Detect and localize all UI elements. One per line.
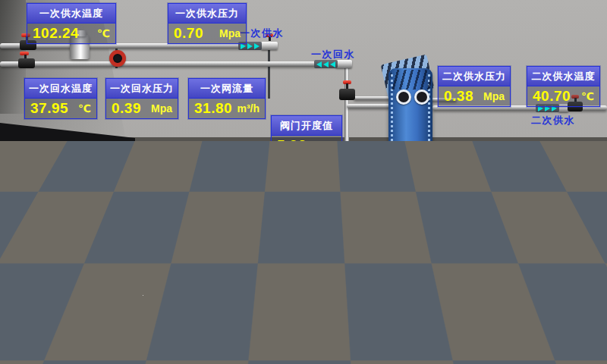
readout-tank-level: 水箱液位高度 1.10m³ [24,227,105,268]
tank-seam [53,262,55,312]
tank-manhole-icon [17,271,46,300]
readout-value: 36.63 [533,206,571,222]
readout-unit: ℃ [78,102,91,115]
readout-primary-supply-temperature: 一次供水温度 102.24℃ [27,3,116,44]
readout-unit: m³/h [237,102,259,115]
flow-arrows-left-icon [393,249,417,257]
readout-value: 0.39 [112,100,141,117]
readout-unit: Mpa [483,90,505,102]
readout-makeup-pump-frequency: 补水泵频率 33.88Hz [209,286,284,327]
pipe-label-secondary-return: 二次回水 [542,234,586,248]
hx-leg [420,165,427,176]
pipe-coupling [455,291,473,300]
readout-title: 补水泵频率 [209,287,283,306]
readout-title: 一次回水压力 [106,79,178,99]
readout-primary-return-temperature: 一次回水温度 37.95℃ [24,78,97,119]
readout-title: 一次网流量 [189,79,265,99]
readout-primary-supply-pressure: 一次供水压力 0.70Mpa [168,3,247,44]
tank-leg [12,312,18,337]
pump-run-indicator [385,160,392,176]
readout-secondary-supply-temperature: 二次供水温度 40.70℃ [527,66,600,107]
readout-unit: ℃ [97,27,110,39]
readout-title: 二次回水温度 [527,184,599,204]
readout-primary-network-flow: 一次网流量 31.80m³/h [188,78,266,119]
readout-value: 0.70 [174,25,203,42]
readout-title: 二次供水压力 [439,67,510,86]
pipe-coupling [261,42,278,50]
readout-secondary-return-pressure: 二次回水压力 0.27Mpa [438,184,511,224]
readout-valve-opening: 阀门开度值 5.92% [271,115,342,156]
readout-unit: Mpa [151,102,172,115]
tank-leg [73,312,79,332]
hx-port-icon [396,89,411,105]
readout-value: 1.10 [30,249,60,265]
pipe-drop-thin [464,254,466,293]
pipe-riser [288,225,291,253]
pipe-label-primary-return: 一次回水 [311,48,355,61]
hx-port-icon [414,146,429,161]
pipe-label-secondary-supply: 二次供水 [531,114,575,127]
readout-title: 二次回水压力 [439,184,510,204]
readout-secondary-supply-pressure: 二次供水压力 0.38Mpa [438,66,511,107]
butterfly-valve[interactable] [109,50,126,67]
readout-value: 33.88 [215,308,253,325]
readout-unit: m³ [86,251,99,263]
readout-unit: Hz [265,310,278,322]
readout-value: 0.38 [444,88,473,105]
hmi-scene: 一次供水温度 102.24℃ 一次供水压力 0.70Mpa 一次回水温度 37.… [0,0,607,364]
hx-plates [390,70,431,89]
readout-unit: Mpa [483,208,505,220]
readout-unit: % [327,140,336,152]
pipe-label-makeup: 补水 [441,303,463,317]
pump-run-indicator [332,160,339,176]
readout-secondary-return-temperature: 二次回水温度 36.63℃ [527,184,600,224]
pipe-coupling [442,249,457,257]
readout-title: 二次供水温度 [527,67,599,86]
readout-value: 31.80 [194,100,232,117]
pipe-primary-return [0,61,351,67]
readout-title: 水箱液位高度 [25,228,104,247]
makeup-pump-2[interactable] [178,285,203,347]
readout-unit: ℃ [581,208,594,220]
tank-leg [96,312,102,335]
flow-arrows-right-icon [434,292,458,300]
readout-unit: ℃ [581,90,594,102]
readout-value: 0.27 [444,206,473,222]
readout-unit: Mpa [219,27,241,39]
butterfly-valve[interactable] [413,230,428,245]
corner-shadow [0,0,26,114]
pump-run-indicator [187,293,193,308]
readout-title: 一次供水温度 [27,4,115,24]
readout-value: 5.92 [277,137,307,154]
circulation-pump-2[interactable] [375,152,402,218]
readout-title: 一次供水压力 [168,4,246,24]
readout-value: 40.70 [533,88,571,105]
hx-port-icon [414,89,429,105]
tank-leg [42,312,49,332]
readout-title: 一次回水温度 [25,79,96,99]
readout-value: 102.24 [33,25,79,42]
tank-manhole-icon [62,270,91,299]
pipe-drop-thin [268,49,270,99]
circulation-pump-1[interactable] [322,152,349,218]
readout-primary-return-pressure: 一次回水压力 0.39Mpa [105,78,178,119]
pipe-primary-supply [0,43,270,49]
pump-run-indicator [193,251,198,264]
readout-value: 37.95 [30,100,68,117]
readout-title: 阀门开度值 [272,116,341,136]
